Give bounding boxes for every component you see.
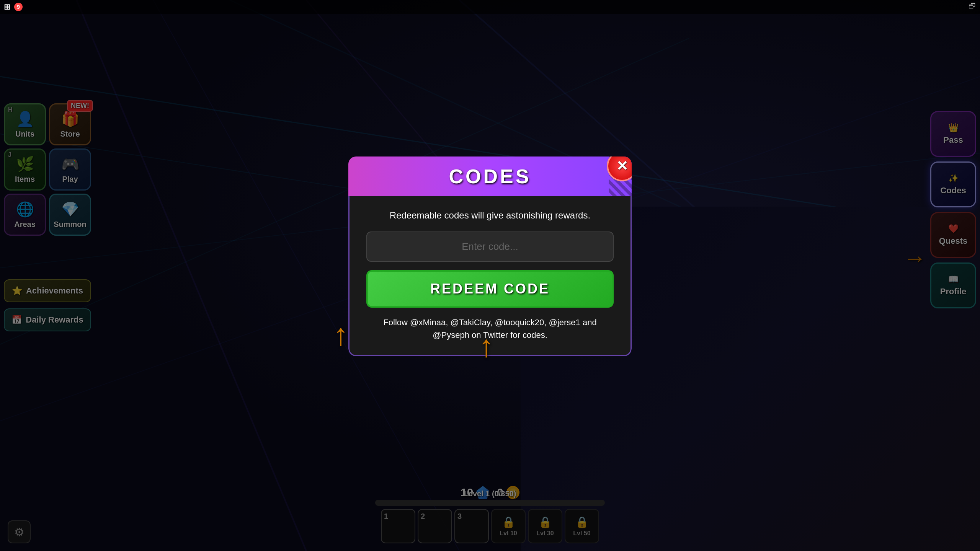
modal-header: CODES ✕ xyxy=(348,156,632,196)
modal-overlay: CODES ✕ Redeemable codes will give aston… xyxy=(0,0,980,551)
redeem-arrow: ↑ xyxy=(479,329,494,364)
modal-container: CODES ✕ Redeemable codes will give aston… xyxy=(348,195,632,356)
input-arrow: ↑ xyxy=(333,317,348,352)
modal-title: CODES xyxy=(449,165,531,188)
notification-badge[interactable]: 9 xyxy=(14,3,23,11)
minimize-button[interactable]: 🗗 xyxy=(969,2,976,10)
roblox-logo: ⊞ xyxy=(4,2,10,11)
modal-description: Redeemable codes will give astonishing r… xyxy=(366,210,614,221)
code-input[interactable] xyxy=(366,231,614,262)
roblox-topbar: ⊞ 9 🗗 xyxy=(0,0,980,14)
redeem-button[interactable]: REDEEM CODE xyxy=(366,270,614,308)
codes-modal: CODES ✕ Redeemable codes will give aston… xyxy=(348,156,632,356)
